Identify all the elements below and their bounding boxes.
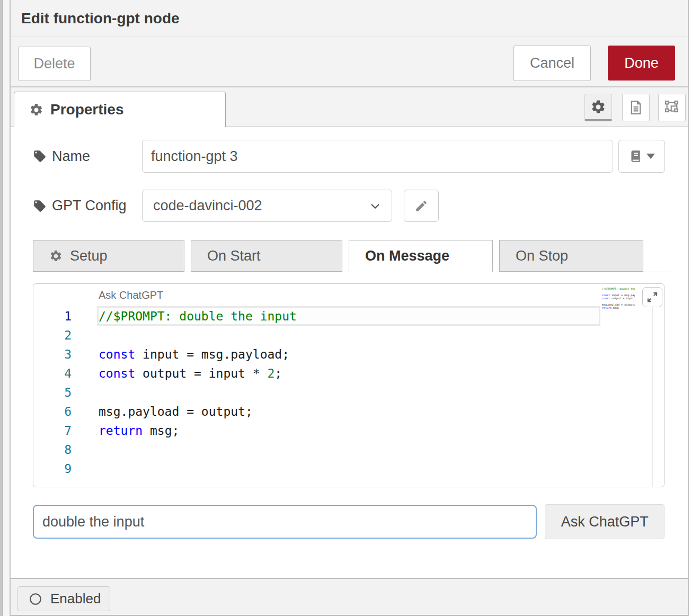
gpt-config-label: GPT Config xyxy=(33,198,142,214)
ask-chatgpt-button[interactable]: Ask ChatGPT xyxy=(545,504,665,539)
document-icon xyxy=(628,100,644,115)
code-text: return msg; xyxy=(99,421,179,440)
code-line[interactable]: 3const input = msg.payload; xyxy=(33,345,664,364)
tag-icon xyxy=(33,149,47,163)
enabled-label: Enabled xyxy=(50,591,101,607)
gear-icon xyxy=(29,103,43,117)
tab-properties[interactable]: Properties xyxy=(14,92,226,127)
enabled-toggle-button[interactable]: Enabled xyxy=(17,586,110,611)
line-number: 1 xyxy=(33,307,72,326)
code-text: const input = msg.payload; xyxy=(99,345,289,364)
name-input[interactable] xyxy=(142,140,613,173)
line-number: 8 xyxy=(33,440,72,459)
circle-icon xyxy=(29,592,42,606)
expand-editor-button[interactable] xyxy=(642,287,662,307)
description-view-button[interactable] xyxy=(622,94,650,121)
workspace-palette-edge xyxy=(0,0,3,616)
line-number: 6 xyxy=(33,402,72,421)
code-editor[interactable]: Ask ChatGPT 1//$PROMPT: double the input… xyxy=(33,283,665,487)
gear-icon xyxy=(49,249,63,263)
name-field-row: Name xyxy=(33,140,665,173)
tab-on-stop[interactable]: On Stop xyxy=(499,240,643,272)
code-line[interactable]: 2 xyxy=(33,326,664,345)
editor-minimap[interactable]: //$PROMPT: double the input const input … xyxy=(602,287,635,316)
gpt-config-label-text: GPT Config xyxy=(52,198,127,214)
code-line[interactable]: 7return msg; xyxy=(33,421,664,440)
tab-on-start-label: On Start xyxy=(207,248,261,264)
caret-down-icon xyxy=(646,154,655,159)
line-number: 7 xyxy=(33,421,72,440)
tab-on-message-label: On Message xyxy=(365,248,449,264)
cancel-button[interactable]: Cancel xyxy=(513,46,591,81)
name-lookup-button[interactable] xyxy=(618,140,665,173)
tab-properties-label: Properties xyxy=(50,101,124,118)
tab-setup-label: Setup xyxy=(70,248,108,264)
tab-on-stop-label: On Stop xyxy=(516,248,568,264)
workspace-edge xyxy=(0,0,10,616)
tab-setup[interactable]: Setup xyxy=(33,240,184,272)
gear-icon xyxy=(590,99,606,115)
expand-diagonal-icon xyxy=(646,291,659,303)
group-selection-icon xyxy=(663,99,680,116)
code-line[interactable]: 4const output = input * 2; xyxy=(33,364,664,383)
dialog-title: Edit function-gpt node xyxy=(21,10,180,27)
properties-view-button[interactable] xyxy=(584,94,612,121)
code-line[interactable]: 9 xyxy=(33,459,664,478)
code-text: //$PROMPT: double the input xyxy=(99,307,297,326)
group-view-button[interactable] xyxy=(658,94,686,121)
function-tabs: Setup On Start On Message On Stop xyxy=(33,240,669,272)
line-number: 4 xyxy=(33,364,72,383)
gpt-config-select[interactable]: code-davinci-002 xyxy=(142,190,392,222)
code-line[interactable]: 5 xyxy=(33,383,664,402)
edit-gpt-config-button[interactable] xyxy=(404,190,439,222)
name-label-text: Name xyxy=(52,148,90,165)
book-icon xyxy=(628,149,642,163)
gpt-config-row: GPT Config code-davinci-002 xyxy=(33,190,667,222)
code-line[interactable]: 8 xyxy=(33,440,664,459)
tab-on-message[interactable]: On Message xyxy=(349,240,493,272)
editor-content-edge xyxy=(652,307,653,487)
edit-node-tray: Edit function-gpt node Delete Cancel Don… xyxy=(10,0,689,616)
tab-on-start[interactable]: On Start xyxy=(191,240,342,272)
line-number: 9 xyxy=(33,459,72,478)
prompt-row: Ask ChatGPT xyxy=(33,505,665,539)
code-text: msg.payload = output; xyxy=(99,402,253,421)
name-label: Name xyxy=(33,148,142,165)
code-text: const output = input * 2; xyxy=(99,364,282,383)
line-number: 2 xyxy=(33,326,72,345)
editor-header-label: Ask ChatGPT xyxy=(99,289,163,301)
code-lines[interactable]: 1//$PROMPT: double the input23const inpu… xyxy=(33,307,664,478)
code-line[interactable]: 6msg.payload = output; xyxy=(33,402,664,421)
delete-button[interactable]: Delete xyxy=(18,47,91,81)
prompt-input[interactable] xyxy=(33,505,537,539)
line-number: 3 xyxy=(33,345,72,364)
gpt-config-value: code-davinci-002 xyxy=(153,198,262,214)
tray-footer: Enabled xyxy=(11,578,688,616)
chevron-down-icon xyxy=(368,199,382,213)
tray-button-bar: Delete Cancel Done xyxy=(11,37,688,87)
code-line[interactable]: 1//$PROMPT: double the input xyxy=(33,307,664,326)
pencil-icon xyxy=(414,199,428,213)
properties-form: Name GPT Config code-davinci-002 xyxy=(11,127,688,578)
tray-header: Edit function-gpt node xyxy=(11,0,688,37)
tag-icon xyxy=(33,199,47,213)
editor-tab-strip: Properties xyxy=(11,87,688,127)
line-number: 5 xyxy=(33,383,72,402)
done-button[interactable]: Done xyxy=(608,46,675,81)
